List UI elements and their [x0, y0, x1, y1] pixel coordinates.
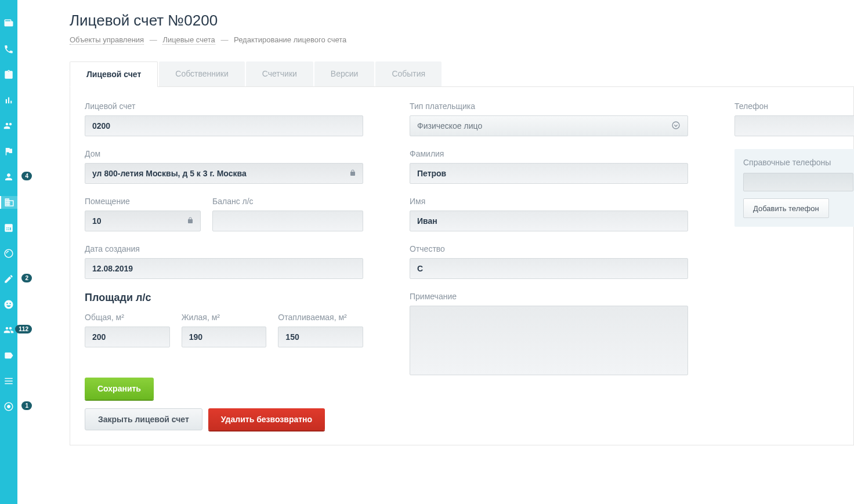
sidebar-item-16[interactable]: 1	[0, 400, 17, 413]
breadcrumb-link-2[interactable]: Лицевые счета	[162, 35, 215, 45]
tabs: Лицевой счет Собственники Счетчики Верси…	[70, 61, 854, 87]
sidebar-item-8[interactable]	[0, 196, 17, 209]
area-heated-label: Отапливаемая, м²	[278, 313, 363, 322]
sidebar-item-13[interactable]: 112	[0, 324, 17, 336]
balance-input[interactable]	[212, 211, 363, 231]
flag-icon	[3, 146, 14, 157]
date-input[interactable]	[85, 258, 363, 279]
sidebar-item-2[interactable]	[0, 43, 17, 56]
breadcrumb-current: Редактирование лицевого счета	[234, 35, 346, 44]
firstname-input[interactable]	[410, 211, 688, 231]
area-total-label: Общая, м²	[85, 313, 170, 322]
sidebar-item-15[interactable]	[0, 375, 17, 387]
group-icon	[3, 325, 14, 335]
save-button[interactable]: Сохранить	[85, 378, 154, 400]
firstname-label: Имя	[410, 197, 688, 206]
lock-icon	[187, 216, 194, 226]
ref-phones-title: Справочные телефоны	[743, 158, 853, 167]
sidebar: 4 2 112 1	[0, 0, 17, 504]
phone-icon	[3, 44, 14, 55]
sidebar-item-3[interactable]	[0, 68, 17, 81]
note-textarea[interactable]	[410, 306, 688, 375]
tab-owners[interactable]: Собственники	[159, 61, 244, 86]
building-icon	[4, 197, 15, 208]
area-living-input[interactable]	[182, 327, 267, 347]
label-icon	[3, 350, 14, 361]
calculator-icon	[3, 223, 14, 233]
lastname-label: Фамилия	[410, 149, 688, 158]
delete-button[interactable]: Удалить безвозвратно	[208, 408, 325, 430]
add-phone-button[interactable]: Добавить телефон	[743, 198, 829, 218]
area-living-label: Жилая, м²	[182, 313, 267, 322]
area-total-input[interactable]	[85, 327, 170, 347]
house-input	[85, 163, 363, 184]
face-icon	[3, 299, 14, 310]
sidebar-item-11[interactable]: 2	[0, 273, 17, 285]
breadcrumb-link-1[interactable]: Объекты управления	[70, 35, 144, 45]
main-content: Лицевой счет №0200 Объекты управления — …	[38, 0, 854, 504]
clipboard-icon	[3, 70, 14, 80]
badge-2: 2	[21, 274, 32, 282]
badge-112: 112	[15, 325, 32, 333]
svg-point-0	[672, 122, 679, 129]
patronymic-label: Отчество	[410, 244, 688, 253]
tab-account[interactable]: Лицевой счет	[70, 61, 158, 87]
target-icon	[3, 401, 14, 412]
tab-versions[interactable]: Версии	[314, 61, 375, 86]
sidebar-item-4[interactable]	[0, 94, 17, 107]
date-label: Дата создания	[85, 244, 363, 253]
ref-phone-display	[743, 173, 853, 191]
chevron-down-icon	[671, 121, 681, 132]
edit-icon	[3, 274, 14, 284]
breadcrumb: Объекты управления — Лицевые счета — Ред…	[70, 35, 854, 44]
areas-title: Площади л/с	[85, 292, 363, 304]
sidebar-item-6[interactable]	[0, 145, 17, 158]
tab-meters[interactable]: Счетчики	[246, 61, 313, 86]
sidebar-item-9[interactable]	[0, 222, 17, 234]
account-label: Лицевой счет	[85, 101, 363, 111]
chart-icon	[3, 95, 14, 106]
payer-type-label: Тип плательщика	[410, 101, 688, 111]
lastname-input[interactable]	[410, 163, 688, 184]
note-label: Примечание	[410, 292, 688, 301]
unit-label: Помещение	[85, 197, 201, 206]
list-icon	[3, 376, 14, 386]
balance-label: Баланс л/с	[212, 197, 363, 206]
lock-icon	[349, 169, 356, 178]
sidebar-item-7[interactable]: 4	[0, 171, 17, 183]
close-account-button[interactable]: Закрыть лицевой счет	[85, 408, 202, 430]
phone-label: Телефон	[734, 101, 854, 111]
person-icon	[3, 172, 14, 182]
form-panel: Лицевой счет Дом Помещение	[70, 87, 854, 445]
patronymic-input[interactable]	[410, 258, 688, 279]
users-icon	[3, 121, 14, 131]
page-title: Лицевой счет №0200	[70, 12, 854, 30]
tab-events[interactable]: События	[375, 61, 442, 86]
phone-input[interactable]	[734, 115, 854, 136]
sidebar-item-14[interactable]	[0, 349, 17, 362]
house-label: Дом	[85, 149, 363, 158]
badge-4: 4	[21, 172, 32, 180]
sidebar-item-5[interactable]	[0, 119, 17, 132]
sidebar-item-10[interactable]	[0, 247, 17, 260]
reference-phones-box: Справочные телефоны Добавить телефон	[734, 149, 854, 227]
payer-type-select[interactable]: Физическое лицо	[410, 115, 688, 136]
globe-icon	[3, 248, 14, 259]
badge-1: 1	[21, 401, 32, 410]
sidebar-item-12[interactable]	[0, 298, 17, 311]
wallet-icon	[3, 19, 14, 29]
account-input[interactable]	[85, 115, 363, 136]
unit-input	[85, 211, 201, 231]
area-heated-input[interactable]	[278, 327, 363, 347]
sidebar-item-1[interactable]	[0, 17, 17, 30]
